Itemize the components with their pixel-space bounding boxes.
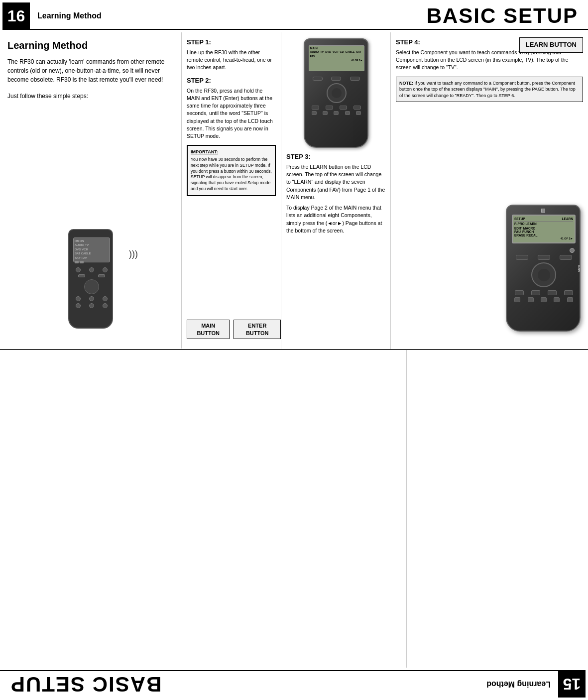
section-title-bottom: Learning Method (486, 680, 551, 689)
bottom-content (0, 350, 588, 668)
remote-illustration-small: RB DN AUDIO TV DVD VCR SAT CABLE SKY FAV (68, 229, 113, 329)
steps-12-col: STEP 1: Line-up the RF30 with the other … (182, 32, 281, 349)
remote-large-screen: SETUPLEARN P-PRO LEARN EDITMACRO FAUPUNC… (512, 215, 576, 243)
remote-large-illustration: SETUPLEARN P-PRO LEARN EDITMACRO FAUPUNC… (506, 205, 581, 332)
learn-button-label: LEARN BUTTON (519, 37, 583, 53)
bottom-left-col (406, 350, 588, 668)
note-text: If you want to teach any command to a Co… (399, 81, 576, 98)
page-main-title-top: BASIC SETUP (427, 4, 578, 28)
remote-mid-illustration: MAIN AUDIOTV DVDVCR CDCABLE SATFAV 41 OF… (304, 38, 368, 148)
left-column: Learning Method The RF30 can actually 'l… (0, 32, 182, 349)
step3-text2: To display Page 2 of the MAIN menu that … (286, 204, 385, 234)
step3-col: MAIN AUDIOTV DVDVCR CDCABLE SATFAV 41 OF… (281, 32, 391, 349)
step4-note-box: NOTE: If you want to teach any command t… (396, 77, 583, 103)
bottom-page: 15 Learning Method BASIC SETUP (0, 350, 588, 700)
important-box: IMPORTANT: You now have 30 seconds to pe… (187, 145, 276, 196)
bottom-right-col (0, 350, 406, 668)
main-enter-buttons-area: MAIN BUTTON ENTER BUTTON (187, 320, 281, 339)
page-main-title-bottom: BASIC SETUP (10, 673, 161, 697)
important-text: You now have 30 seconds to perform the n… (191, 157, 272, 192)
remote-buttons-area (72, 267, 112, 310)
remote-large-buttons (511, 248, 577, 302)
step2-text: On the RF30, press and hold the MAIN and… (187, 87, 276, 140)
step2-label: STEP 2: (187, 77, 276, 84)
left-col-para2: Just follow these simple steps: (7, 92, 174, 101)
main-button-label: MAIN BUTTON (187, 320, 230, 339)
signal-waves-icon: ))) (129, 249, 138, 259)
step4-col: STEP 4: Select the Component you want to… (391, 32, 588, 349)
main-label-on-remote: MAIN (578, 265, 581, 272)
important-label: IMPORTANT: (191, 149, 272, 155)
section-title-top: Learning Method (37, 11, 102, 20)
step1-text: Line-up the RF30 with the other remote c… (187, 49, 276, 72)
left-col-para1: The RF30 can actually 'learn' commands f… (7, 57, 174, 84)
remote-mid-buttons (309, 77, 364, 115)
left-col-heading: Learning Method (7, 40, 174, 51)
remote-screen-small: RB DN AUDIO TV DVD VCR SAT CABLE SKY FAV (73, 237, 110, 262)
enter-button-label: ENTER BUTTON (234, 320, 281, 339)
learn-button-label-container: LEARN BUTTON (519, 37, 583, 53)
step3-label: STEP 3: (286, 153, 385, 160)
right-content-area: STEP 1: Line-up the RF30 with the other … (182, 32, 588, 349)
bottom-title-bar: Learning Method BASIC SETUP (0, 670, 558, 698)
note-label: NOTE: (399, 81, 415, 86)
step3-text: Press the LEARN button on the LCD screen… (286, 163, 385, 201)
page-number-bottom: 15 (558, 670, 586, 698)
page-number-top: 16 (2, 2, 30, 30)
step1-label: STEP 1: (187, 38, 276, 46)
ir-emitter (541, 209, 545, 213)
remote-mid-screen: MAIN AUDIOTV DVDVCR CDCABLE SATFAV 41 OF… (309, 45, 364, 71)
remote-large-container: SETUPLEARN P-PRO LEARN EDITMACRO FAUPUNC… (503, 205, 583, 334)
top-title-bar: Learning Method BASIC SETUP (30, 2, 588, 30)
